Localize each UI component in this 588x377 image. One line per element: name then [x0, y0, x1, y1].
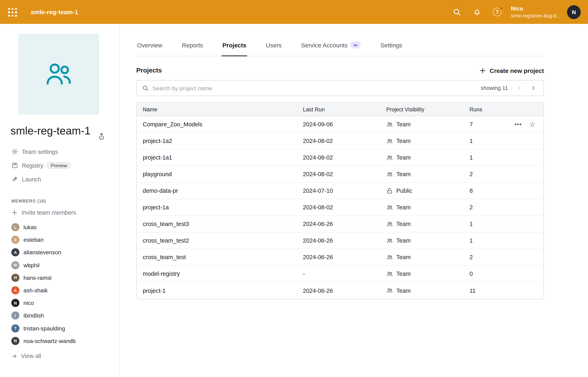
member-row[interactable]: E esteban — [11, 234, 119, 246]
registry-icon — [11, 162, 18, 169]
tab-service-accounts[interactable]: Service Accounts — [300, 37, 362, 56]
col-header-last-run: Last Run — [303, 106, 386, 112]
member-row[interactable]: N nico — [11, 297, 119, 309]
invite-label: Invite team members — [22, 209, 76, 216]
tab-projects[interactable]: Projects — [222, 38, 247, 56]
topbar: smle-reg-team-1 ? Nico smle-registries-b… — [0, 0, 588, 24]
tab-settings[interactable]: Settings — [379, 38, 403, 56]
notifications-bell-icon[interactable] — [472, 7, 482, 17]
project-runs: 2 — [469, 254, 544, 260]
page-next-icon[interactable] — [529, 84, 537, 92]
project-name[interactable]: cross_team_test — [137, 254, 303, 260]
topbar-team-name[interactable]: smle-reg-team-1 — [31, 9, 78, 15]
star-icon[interactable]: ☆ — [529, 121, 536, 128]
user-name: Nico — [511, 5, 561, 12]
team-icon — [386, 121, 393, 128]
member-row[interactable]: L lukas — [11, 221, 119, 234]
project-name[interactable]: project-1a2 — [137, 138, 303, 144]
member-name: esteban — [23, 237, 44, 243]
project-search-bar: showing 11 — [136, 80, 544, 96]
project-visibility: Team — [386, 121, 469, 128]
user-block[interactable]: Nico smle-registries-bug-b... — [511, 5, 561, 19]
plus-icon — [11, 209, 18, 216]
project-last-run: 2024-09-06 — [303, 121, 386, 128]
tab-overview[interactable]: Overview — [136, 38, 163, 56]
project-runs: 2 — [469, 171, 544, 177]
user-avatar[interactable]: N — [567, 5, 581, 19]
project-name[interactable]: model-registry — [137, 271, 303, 277]
project-visibility: Team — [386, 254, 469, 260]
help-icon[interactable]: ? — [492, 7, 502, 17]
member-avatar: H — [11, 274, 19, 282]
table-row[interactable]: cross_team_test2 2024-06-26 Team 1 ☆ — [137, 232, 544, 249]
plus-icon — [479, 67, 486, 74]
member-row[interactable]: T tristan-spaulding — [11, 322, 119, 334]
project-visibility: Team — [386, 270, 469, 277]
team-icon — [386, 204, 393, 211]
project-name[interactable]: project-1a1 — [137, 154, 303, 161]
table-row[interactable]: cross_team_test 2024-06-26 Team 2 ☆ — [137, 249, 544, 266]
project-runs: 7 — [469, 121, 505, 128]
project-runs: 1 — [469, 221, 544, 227]
project-name[interactable]: demo-data-pr — [137, 188, 303, 194]
table-row[interactable]: project-1a2 2024-08-02 Team 1 ☆ — [137, 133, 544, 149]
project-name[interactable]: project-1 — [137, 287, 303, 294]
table-row[interactable]: project-1a1 2024-08-02 Team 1 ☆ — [137, 149, 544, 166]
table-row[interactable]: cross_team_test3 2024-06-26 Team 1 ☆ — [137, 216, 544, 232]
main-content: Overview Reports Projects Users Service … — [120, 24, 588, 377]
table-row[interactable]: Compare_Zoo_Models 2024-09-06 Team 7 ☆ — [137, 116, 544, 133]
overflow-menu-icon[interactable] — [515, 124, 521, 125]
page-prev-icon[interactable] — [515, 84, 523, 92]
sidebar-item-registry[interactable]: Registry Preview — [11, 159, 119, 172]
table-row[interactable]: demo-data-pr 2024-07-10 Public 8 ☆ — [137, 183, 544, 199]
sidebar-item-team-settings[interactable]: Team settings — [11, 145, 119, 159]
sidebar-item-launch[interactable]: Launch — [11, 172, 119, 186]
search-input[interactable] — [153, 85, 481, 91]
invite-team-members-button[interactable]: Invite team members — [11, 207, 119, 218]
member-row[interactable]: H hans-ramsl — [11, 271, 119, 284]
project-name[interactable]: cross_team_test2 — [137, 237, 303, 244]
user-org: smle-registries-bug-b... — [511, 12, 561, 19]
project-name[interactable]: playground — [137, 171, 303, 177]
project-name[interactable]: cross_team_test3 — [137, 221, 303, 227]
member-row[interactable]: N noa-schwartz-wandb — [11, 334, 119, 347]
member-avatar: T — [11, 324, 19, 332]
team-icon — [386, 154, 393, 161]
page: smle-reg-team-1 ? Nico smle-registries-b… — [0, 0, 588, 377]
project-name[interactable]: project-1a — [137, 204, 303, 211]
table-row[interactable]: playground 2024-08-02 Team 2 ☆ — [137, 166, 544, 183]
create-new-project-button[interactable]: Create new project — [479, 67, 544, 74]
view-all-label: View all — [21, 353, 41, 359]
tab-reports[interactable]: Reports — [181, 38, 204, 56]
member-name: allanstevenson — [23, 249, 61, 256]
project-last-run: 2024-08-02 — [303, 171, 386, 177]
sidebar-item-label: Team settings — [22, 148, 58, 155]
table-row[interactable]: model-registry - Team 0 ☆ — [137, 266, 544, 282]
member-avatar: A — [11, 248, 19, 257]
member-row[interactable]: W wbphil — [11, 259, 119, 271]
project-runs: 2 — [469, 204, 544, 211]
project-visibility: Team — [386, 204, 469, 211]
member-row[interactable]: A ash-shaik — [11, 284, 119, 297]
apps-menu-icon[interactable] — [7, 7, 17, 17]
member-row[interactable]: I ibindlish — [11, 309, 119, 322]
team-icon — [386, 171, 393, 177]
member-row[interactable]: A allanstevenson — [11, 246, 119, 259]
members-list: L lukas E esteban A allanstevenson W wbp… — [11, 221, 119, 347]
table-row[interactable]: project-1a 2024-08-02 Team 2 ☆ — [137, 199, 544, 216]
project-last-run: 2024-06-26 — [303, 221, 386, 227]
project-last-run: 2024-08-02 — [303, 154, 386, 161]
rocket-icon — [11, 176, 18, 183]
member-avatar: W — [11, 261, 19, 269]
view-all-button[interactable]: View all — [11, 351, 119, 362]
search-icon[interactable] — [452, 7, 462, 17]
project-last-run: 2024-06-26 — [303, 254, 386, 260]
share-icon[interactable] — [98, 132, 106, 141]
team-icon — [386, 287, 393, 294]
member-name: noa-schwartz-wandb — [23, 338, 76, 344]
col-header-name: Name — [137, 106, 303, 112]
tab-users[interactable]: Users — [265, 38, 282, 56]
member-name: wbphil — [23, 262, 39, 268]
project-name[interactable]: Compare_Zoo_Models — [137, 121, 303, 128]
table-row[interactable]: project-1 2024-06-26 Team 11 ☆ — [137, 282, 544, 299]
